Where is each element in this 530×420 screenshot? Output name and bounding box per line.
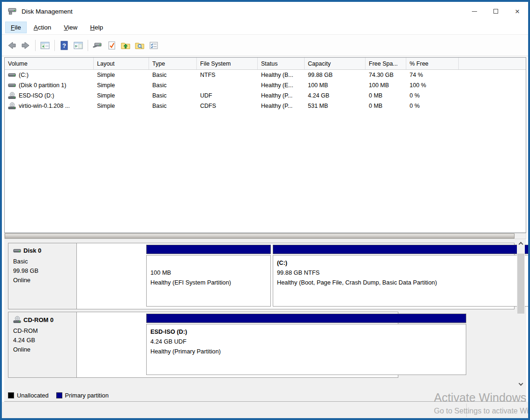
window-title: Disk Management [22,8,73,15]
partition-100-mb[interactable]: 100 MBHealthy (EFI System Partition) [146,245,271,307]
cell-layout: Simple [94,70,149,80]
help-icon: ? [60,41,69,50]
disk-graphic-pane: Disk 0Basic99.98 GBOnline100 MBHealthy (… [4,239,526,389]
partition-esd-iso-d[interactable]: ESD-ISO (D:)4.24 GB UDFHealthy (Primary … [146,314,466,375]
partition-color-strip [146,245,271,254]
cell-fs: UDF [197,90,258,101]
action-pane-icon-button[interactable] [71,38,85,52]
column-header-free[interactable]: % Free [406,58,459,69]
disk-info-line: Online [13,345,76,354]
partition-info-line: Healthy (EFI System Partition) [150,278,267,287]
check-disk-icon [107,41,116,50]
disk-header-cd-rom-0[interactable]: CD-ROM 0CD-ROM4.24 GBOnline [8,312,77,377]
cell-fs [197,80,258,90]
disk-name: CD-ROM 0 [23,316,53,323]
column-header-layout[interactable]: Layout [94,58,149,69]
cell-fs: CDFS [197,101,258,111]
minimize-icon [472,11,477,12]
menu-view[interactable]: View [59,22,82,33]
cell-layout: Simple [94,101,149,111]
cd-icon [8,92,16,99]
partition-info-line: 100 MB [150,268,267,278]
checklist-icon-button[interactable] [147,38,161,52]
column-header-status[interactable]: Status [258,58,305,69]
volume-row-disk-0-partition-1[interactable]: (Disk 0 partition 1)SimpleBasicHealthy (… [5,80,526,90]
chevron-up-icon [519,242,523,247]
forward-arrow-icon-button[interactable] [19,38,33,52]
folder-search-icon-button[interactable] [133,38,147,52]
horizontal-scrollbar[interactable] [4,233,526,239]
column-header-blank [459,58,526,69]
cell-fs: NTFS [197,70,258,80]
vertical-scrollbar[interactable] [517,240,525,388]
cd-icon [8,102,16,110]
cell-layout: Simple [94,90,149,101]
cell-pct: 74 % [406,70,459,80]
partition-color-strip [146,314,466,323]
minimize-button[interactable] [463,2,485,21]
disk-info-line: CD-ROM [13,326,76,336]
column-header-free-spa[interactable]: Free Spa... [366,58,406,69]
column-header-capacity[interactable]: Capacity [305,58,366,69]
cell-status: Healthy (B... [258,70,305,80]
disk-row-disk-0: Disk 0Basic99.98 GBOnline100 MBHealthy (… [8,243,515,309]
partition-title: (C:) [277,258,530,268]
cell-free: 0 MB [366,101,406,111]
toolbar: ? [2,35,528,56]
cell-free: 0 MB [366,90,406,101]
scroll-down-button[interactable] [517,380,525,388]
status-bar [2,402,528,420]
toolbar-separator [54,40,55,51]
console-tree-icon-button[interactable] [38,38,52,52]
scroll-up-button[interactable] [517,240,525,248]
cell-volume: virtio-win-0.1.208 ... [5,101,94,111]
volume-row-c[interactable]: (C:)SimpleBasicNTFSHealthy (B...99.88 GB… [5,70,526,80]
horizontal-scrollbar-thumb[interactable] [5,233,515,239]
legend-swatch [8,392,14,398]
cell-pct: 0 % [406,101,459,111]
cell-type: Basic [149,70,197,80]
volume-table-body: (C:)SimpleBasicNTFSHealthy (B...99.88 GB… [5,70,526,111]
help-icon-button[interactable]: ? [57,38,71,52]
toolbar-separator [35,40,36,51]
cell-capacity: 99.88 GB [305,70,366,80]
chevron-down-icon [519,381,523,386]
volume-row-esd-iso-d[interactable]: ESD-ISO (D:)SimpleBasicUDFHealthy (P...4… [5,90,526,101]
legend-swatch [56,392,62,398]
checklist-icon [149,41,158,50]
back-arrow-icon [7,41,17,50]
close-button[interactable]: × [507,2,528,21]
column-header-file-system[interactable]: File System [197,58,258,69]
rescan-disks-icon-button[interactable] [90,38,105,52]
menu-bar: FileActionViewHelp [2,21,528,35]
check-disk-icon-button[interactable] [105,38,119,52]
action-pane-icon [73,41,83,50]
column-header-volume[interactable]: Volume [5,58,94,69]
menu-help[interactable]: Help [85,22,108,33]
folder-search-icon [134,41,145,50]
partition-color-strip [273,245,530,254]
window-controls: × [463,2,528,21]
console-tree-icon [40,41,50,50]
menu-action[interactable]: Action [29,22,57,33]
cell-free: 100 MB [366,80,406,90]
partition-info-line: 99.88 GB NTFS [277,268,530,278]
cell-pct: 0 % [406,90,459,101]
partition-info-line: Healthy (Boot, Page File, Crash Dump, Ba… [277,278,530,287]
disk-name: Disk 0 [23,247,41,254]
volume-row-virtio-win-0-1-208[interactable]: virtio-win-0.1.208 ...SimpleBasicCDFSHea… [5,101,526,111]
column-header-type[interactable]: Type [149,58,197,69]
folder-up-icon-button[interactable] [119,38,133,52]
maximize-button[interactable] [485,2,507,21]
menu-file[interactable]: File [6,22,26,33]
cell-volume: ESD-ISO (D:) [5,90,94,101]
partition-c[interactable]: (C:)99.88 GB NTFSHealthy (Boot, Page Fil… [273,245,530,307]
cell-type: Basic [149,90,197,101]
cell-pct: 100 % [406,80,459,90]
back-arrow-icon-button[interactable] [5,38,19,52]
vertical-scrollbar-thumb[interactable] [517,254,524,314]
disk-header-disk-0[interactable]: Disk 0Basic99.98 GBOnline [8,243,77,309]
partition-info-line: 4.24 GB UDF [150,337,462,346]
cell-capacity: 531 MB [305,101,366,111]
legend-label: Primary partition [65,392,109,399]
